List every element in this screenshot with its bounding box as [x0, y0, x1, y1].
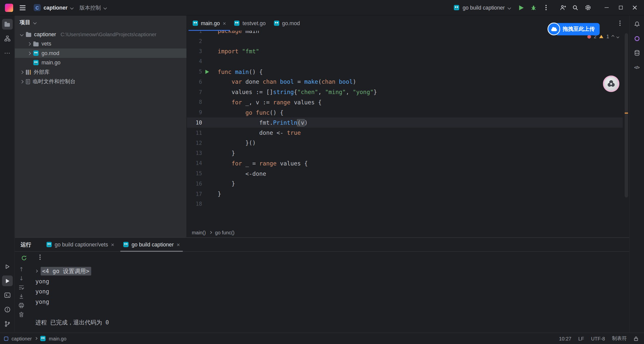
main-menu-button[interactable] — [17, 2, 28, 13]
console-options-button[interactable] — [39, 254, 41, 261]
code-line-9[interactable]: 9 go func() { — [187, 107, 623, 117]
code-line-13[interactable]: 13 } — [187, 148, 623, 158]
clear-console-button[interactable] — [18, 312, 24, 317]
ai-assistant-button[interactable] — [631, 33, 642, 44]
vcs-widget[interactable]: 版本控制 — [76, 2, 109, 13]
minimize-button[interactable] — [600, 2, 613, 13]
next-problem-icon[interactable] — [616, 35, 619, 38]
debug-button[interactable] — [528, 2, 539, 13]
soft-wrap-button[interactable] — [18, 284, 24, 290]
status-project[interactable]: captioner — [12, 336, 32, 341]
structure-toolwindow-button[interactable] — [2, 33, 12, 44]
chevron-right-icon[interactable] — [27, 42, 31, 46]
run-config-selector[interactable]: go build captioner — [450, 3, 514, 12]
run-tab-vets[interactable]: go build captioner/vets × — [42, 238, 119, 251]
lock-icon[interactable] — [634, 336, 638, 341]
code-line-12[interactable]: 12 }() — [187, 138, 623, 148]
run-button[interactable] — [516, 2, 527, 13]
code-line-11[interactable]: 11 done <- true — [187, 128, 623, 138]
more-actions-button[interactable] — [541, 2, 551, 13]
rerun-button[interactable] — [21, 255, 27, 261]
console-fold[interactable]: <4 go 设置调用> — [41, 267, 91, 275]
user-plus-icon — [560, 4, 566, 11]
code-line-2[interactable]: 2 — [187, 36, 623, 46]
editor[interactable]: 1package main23import "fmt"45func main()… — [187, 31, 629, 228]
print-icon — [18, 303, 24, 308]
code-line-18[interactable]: 18 — [187, 199, 623, 209]
maximize-button[interactable] — [615, 2, 627, 13]
prev-problem-icon[interactable] — [612, 35, 614, 38]
code-line-6[interactable]: 6 var done chan bool = make(chan bool) — [187, 77, 623, 87]
project-widget[interactable]: C captioner — [30, 3, 76, 13]
close-icon[interactable]: × — [177, 242, 180, 247]
close-icon[interactable]: × — [223, 20, 226, 26]
breadcrumb-item[interactable]: go func() — [215, 230, 234, 235]
indent-style[interactable]: 制表符 — [612, 335, 627, 342]
database-toolwindow-button[interactable] — [631, 48, 642, 58]
status-file[interactable]: main.go — [49, 336, 66, 341]
code-line-7[interactable]: 7 values := []string{"chen", "ming", "yo… — [187, 87, 623, 97]
chevron-right-icon[interactable] — [20, 80, 24, 83]
services-toolwindow-button[interactable] — [2, 261, 12, 272]
terminal-toolwindow-button[interactable] — [2, 290, 12, 300]
project-panel-header[interactable]: 项目 — [15, 16, 186, 30]
editor-scrollbar[interactable] — [623, 31, 629, 228]
print-button[interactable] — [18, 303, 24, 308]
code-line-17[interactable]: 17} — [187, 189, 623, 199]
problems-toolwindow-button[interactable] — [2, 304, 12, 315]
code-text: package main — [218, 31, 259, 34]
breadcrumb-item[interactable]: main() — [192, 230, 206, 235]
console-line: yong — [35, 297, 629, 307]
warning-stripe-mark[interactable] — [625, 112, 628, 114]
chevron-right-icon[interactable] — [20, 70, 24, 74]
settings-button[interactable] — [582, 2, 593, 13]
project-tree: captioner C:\Users\meowr\GolandProjects\… — [15, 30, 186, 86]
search-everywhere-button[interactable] — [570, 2, 581, 13]
tree-item-go-mod[interactable]: go.mod — [15, 49, 186, 58]
tree-item-vets[interactable]: vets — [15, 39, 186, 49]
code-line-16[interactable]: 16 } — [187, 179, 623, 189]
code-with-me-button[interactable] — [558, 2, 568, 13]
tab-testvet-go[interactable]: testvet.go — [230, 16, 270, 31]
code-line-15[interactable]: 15 <-done — [187, 168, 623, 179]
tab-options-button[interactable] — [615, 18, 625, 28]
search-icon — [572, 4, 579, 11]
tab-main-go[interactable]: main.go × — [188, 16, 230, 31]
chevron-right-icon[interactable] — [27, 52, 31, 55]
code-line-5[interactable]: 5func main() { — [187, 67, 623, 77]
code-line-14[interactable]: 14 for _ = range values { — [187, 158, 623, 168]
code-line-3[interactable]: 3import "fmt" — [187, 46, 623, 56]
chevron-down-icon[interactable] — [20, 32, 24, 36]
scrollbar-thumb[interactable] — [625, 33, 628, 197]
close-button[interactable] — [628, 2, 641, 13]
notifications-button[interactable] — [631, 19, 642, 29]
code-line-4[interactable]: 4 — [187, 56, 623, 66]
close-icon[interactable]: × — [111, 242, 114, 247]
tree-item-scratches[interactable]: 临时文件和控制台 — [15, 77, 186, 86]
code-line-10[interactable]: 10 fmt.Println(v) — [187, 117, 623, 127]
scroll-to-end-button[interactable] — [18, 293, 24, 299]
down-stack-trace-button[interactable]: ↓ — [19, 276, 24, 281]
upload-overlay[interactable]: 拖拽至此上传 — [547, 23, 599, 35]
line-ending[interactable]: LF — [578, 336, 584, 341]
tree-item-captioner[interactable]: captioner C:\Users\meowr\GolandProjects\… — [15, 30, 186, 39]
floating-widget-avatar[interactable] — [603, 75, 619, 92]
tab-go-mod[interactable]: go.mod — [270, 16, 304, 31]
code-line-8[interactable]: 8 for _, v := range values { — [187, 97, 623, 107]
fold-chevron-icon[interactable] — [35, 270, 37, 272]
file-encoding[interactable]: UTF-8 — [591, 336, 605, 341]
tree-item-external-libraries[interactable]: 外部库 — [15, 67, 186, 77]
more-toolwindows-button[interactable]: ⋯ — [2, 48, 12, 58]
up-stack-trace-button[interactable]: ↑ — [19, 267, 24, 272]
run-tab-captioner[interactable]: go build captioner × — [119, 238, 184, 251]
console[interactable]: <4 go 设置调用> yongyongyong 进程 已完成，退出代码为 0 — [28, 264, 629, 333]
vcs-toolwindow-button[interactable] — [2, 319, 12, 329]
endpoints-toolwindow-button[interactable]: </> — [631, 62, 642, 73]
run-toolwindow-button[interactable] — [2, 276, 12, 286]
caret-position[interactable]: 10:27 — [559, 336, 571, 341]
breadcrumb[interactable]: main() go func() — [187, 228, 629, 237]
tree-item-main-go[interactable]: main.go — [15, 58, 186, 67]
project-toolwindow-button[interactable] — [2, 19, 12, 29]
warning-icon — [599, 35, 603, 38]
run-line-icon[interactable] — [205, 70, 209, 74]
